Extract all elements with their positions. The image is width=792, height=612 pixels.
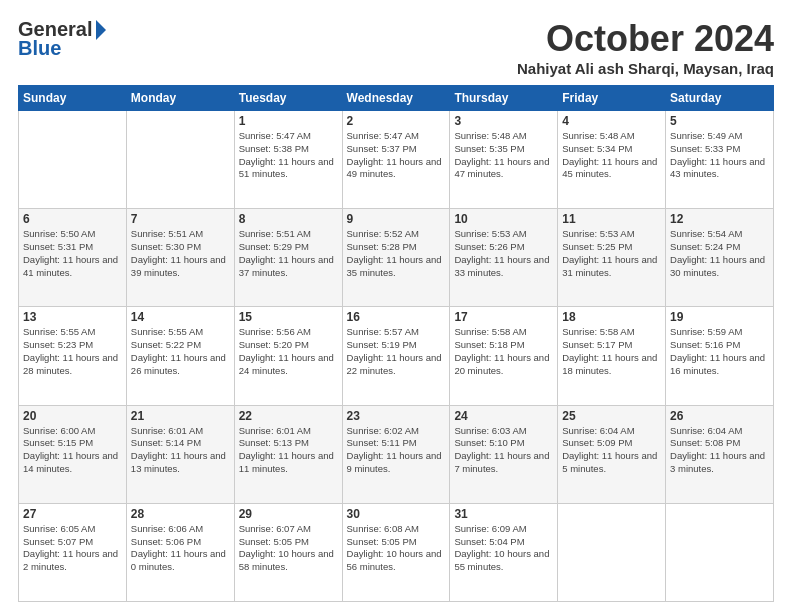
calendar-cell: 4Sunrise: 5:48 AMSunset: 5:34 PMDaylight…	[558, 111, 666, 209]
calendar-row-3: 13Sunrise: 5:55 AMSunset: 5:23 PMDayligh…	[19, 307, 774, 405]
day-number: 9	[347, 212, 446, 226]
calendar-cell: 27Sunrise: 6:05 AMSunset: 5:07 PMDayligh…	[19, 503, 127, 601]
cell-info: Sunrise: 5:53 AMSunset: 5:25 PMDaylight:…	[562, 228, 661, 279]
day-number: 12	[670, 212, 769, 226]
cell-info: Sunrise: 5:47 AMSunset: 5:38 PMDaylight:…	[239, 130, 338, 181]
calendar-row-2: 6Sunrise: 5:50 AMSunset: 5:31 PMDaylight…	[19, 209, 774, 307]
cell-info: Sunrise: 5:58 AMSunset: 5:17 PMDaylight:…	[562, 326, 661, 377]
day-number: 15	[239, 310, 338, 324]
day-number: 30	[347, 507, 446, 521]
logo: General Blue	[18, 18, 106, 60]
calendar-row-5: 27Sunrise: 6:05 AMSunset: 5:07 PMDayligh…	[19, 503, 774, 601]
logo-blue: Blue	[18, 37, 61, 60]
calendar-row-1: 1Sunrise: 5:47 AMSunset: 5:38 PMDaylight…	[19, 111, 774, 209]
calendar-cell	[666, 503, 774, 601]
calendar-cell	[19, 111, 127, 209]
calendar-cell: 30Sunrise: 6:08 AMSunset: 5:05 PMDayligh…	[342, 503, 450, 601]
day-number: 21	[131, 409, 230, 423]
calendar-cell: 8Sunrise: 5:51 AMSunset: 5:29 PMDaylight…	[234, 209, 342, 307]
cell-info: Sunrise: 5:51 AMSunset: 5:29 PMDaylight:…	[239, 228, 338, 279]
col-monday: Monday	[126, 86, 234, 111]
cell-info: Sunrise: 6:08 AMSunset: 5:05 PMDaylight:…	[347, 523, 446, 574]
cell-info: Sunrise: 5:58 AMSunset: 5:18 PMDaylight:…	[454, 326, 553, 377]
day-number: 23	[347, 409, 446, 423]
calendar-cell: 15Sunrise: 5:56 AMSunset: 5:20 PMDayligh…	[234, 307, 342, 405]
col-friday: Friday	[558, 86, 666, 111]
day-number: 24	[454, 409, 553, 423]
calendar-cell: 2Sunrise: 5:47 AMSunset: 5:37 PMDaylight…	[342, 111, 450, 209]
cell-info: Sunrise: 5:48 AMSunset: 5:35 PMDaylight:…	[454, 130, 553, 181]
month-title: October 2024	[517, 18, 774, 60]
calendar-cell: 17Sunrise: 5:58 AMSunset: 5:18 PMDayligh…	[450, 307, 558, 405]
calendar-cell: 12Sunrise: 5:54 AMSunset: 5:24 PMDayligh…	[666, 209, 774, 307]
day-number: 20	[23, 409, 122, 423]
day-number: 10	[454, 212, 553, 226]
calendar-row-4: 20Sunrise: 6:00 AMSunset: 5:15 PMDayligh…	[19, 405, 774, 503]
day-number: 28	[131, 507, 230, 521]
cell-info: Sunrise: 6:00 AMSunset: 5:15 PMDaylight:…	[23, 425, 122, 476]
calendar-cell: 7Sunrise: 5:51 AMSunset: 5:30 PMDaylight…	[126, 209, 234, 307]
day-number: 4	[562, 114, 661, 128]
cell-info: Sunrise: 5:56 AMSunset: 5:20 PMDaylight:…	[239, 326, 338, 377]
day-number: 14	[131, 310, 230, 324]
calendar-cell: 25Sunrise: 6:04 AMSunset: 5:09 PMDayligh…	[558, 405, 666, 503]
cell-info: Sunrise: 6:06 AMSunset: 5:06 PMDaylight:…	[131, 523, 230, 574]
cell-info: Sunrise: 5:50 AMSunset: 5:31 PMDaylight:…	[23, 228, 122, 279]
calendar-cell: 26Sunrise: 6:04 AMSunset: 5:08 PMDayligh…	[666, 405, 774, 503]
day-number: 16	[347, 310, 446, 324]
day-number: 7	[131, 212, 230, 226]
calendar-cell: 11Sunrise: 5:53 AMSunset: 5:25 PMDayligh…	[558, 209, 666, 307]
cell-info: Sunrise: 6:01 AMSunset: 5:14 PMDaylight:…	[131, 425, 230, 476]
calendar-table: Sunday Monday Tuesday Wednesday Thursday…	[18, 85, 774, 602]
cell-info: Sunrise: 5:53 AMSunset: 5:26 PMDaylight:…	[454, 228, 553, 279]
cell-info: Sunrise: 5:57 AMSunset: 5:19 PMDaylight:…	[347, 326, 446, 377]
calendar-cell: 23Sunrise: 6:02 AMSunset: 5:11 PMDayligh…	[342, 405, 450, 503]
day-number: 1	[239, 114, 338, 128]
col-tuesday: Tuesday	[234, 86, 342, 111]
day-number: 8	[239, 212, 338, 226]
calendar-cell: 5Sunrise: 5:49 AMSunset: 5:33 PMDaylight…	[666, 111, 774, 209]
calendar-cell: 6Sunrise: 5:50 AMSunset: 5:31 PMDaylight…	[19, 209, 127, 307]
day-number: 31	[454, 507, 553, 521]
cell-info: Sunrise: 6:03 AMSunset: 5:10 PMDaylight:…	[454, 425, 553, 476]
calendar-cell: 19Sunrise: 5:59 AMSunset: 5:16 PMDayligh…	[666, 307, 774, 405]
day-number: 29	[239, 507, 338, 521]
calendar-cell: 10Sunrise: 5:53 AMSunset: 5:26 PMDayligh…	[450, 209, 558, 307]
col-sunday: Sunday	[19, 86, 127, 111]
cell-info: Sunrise: 5:52 AMSunset: 5:28 PMDaylight:…	[347, 228, 446, 279]
calendar-cell: 9Sunrise: 5:52 AMSunset: 5:28 PMDaylight…	[342, 209, 450, 307]
col-wednesday: Wednesday	[342, 86, 450, 111]
cell-info: Sunrise: 5:47 AMSunset: 5:37 PMDaylight:…	[347, 130, 446, 181]
calendar-cell: 24Sunrise: 6:03 AMSunset: 5:10 PMDayligh…	[450, 405, 558, 503]
cell-info: Sunrise: 5:51 AMSunset: 5:30 PMDaylight:…	[131, 228, 230, 279]
day-number: 22	[239, 409, 338, 423]
calendar-cell: 22Sunrise: 6:01 AMSunset: 5:13 PMDayligh…	[234, 405, 342, 503]
day-number: 6	[23, 212, 122, 226]
calendar-cell: 29Sunrise: 6:07 AMSunset: 5:05 PMDayligh…	[234, 503, 342, 601]
cell-info: Sunrise: 6:04 AMSunset: 5:08 PMDaylight:…	[670, 425, 769, 476]
col-thursday: Thursday	[450, 86, 558, 111]
day-number: 27	[23, 507, 122, 521]
calendar-cell: 14Sunrise: 5:55 AMSunset: 5:22 PMDayligh…	[126, 307, 234, 405]
calendar-cell: 28Sunrise: 6:06 AMSunset: 5:06 PMDayligh…	[126, 503, 234, 601]
cell-info: Sunrise: 6:09 AMSunset: 5:04 PMDaylight:…	[454, 523, 553, 574]
page: General Blue October 2024 Nahiyat Ali as…	[0, 0, 792, 612]
cell-info: Sunrise: 5:59 AMSunset: 5:16 PMDaylight:…	[670, 326, 769, 377]
calendar-cell: 13Sunrise: 5:55 AMSunset: 5:23 PMDayligh…	[19, 307, 127, 405]
calendar-cell: 21Sunrise: 6:01 AMSunset: 5:14 PMDayligh…	[126, 405, 234, 503]
calendar-cell: 31Sunrise: 6:09 AMSunset: 5:04 PMDayligh…	[450, 503, 558, 601]
day-number: 5	[670, 114, 769, 128]
cell-info: Sunrise: 5:55 AMSunset: 5:23 PMDaylight:…	[23, 326, 122, 377]
day-number: 11	[562, 212, 661, 226]
cell-info: Sunrise: 5:48 AMSunset: 5:34 PMDaylight:…	[562, 130, 661, 181]
day-number: 25	[562, 409, 661, 423]
cell-info: Sunrise: 6:04 AMSunset: 5:09 PMDaylight:…	[562, 425, 661, 476]
cell-info: Sunrise: 5:49 AMSunset: 5:33 PMDaylight:…	[670, 130, 769, 181]
col-saturday: Saturday	[666, 86, 774, 111]
logo-arrow-icon	[96, 20, 106, 40]
calendar-header-row: Sunday Monday Tuesday Wednesday Thursday…	[19, 86, 774, 111]
cell-info: Sunrise: 5:54 AMSunset: 5:24 PMDaylight:…	[670, 228, 769, 279]
calendar-cell	[558, 503, 666, 601]
header: General Blue October 2024 Nahiyat Ali as…	[18, 18, 774, 77]
location-title: Nahiyat Ali ash Sharqi, Maysan, Iraq	[517, 60, 774, 77]
